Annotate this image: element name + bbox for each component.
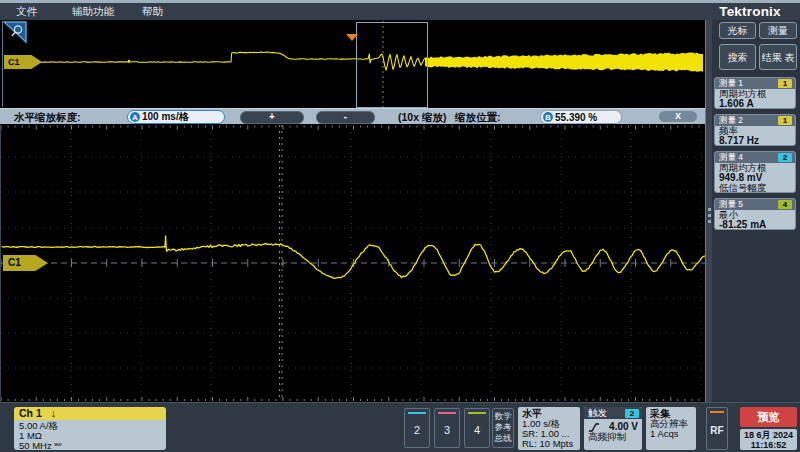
- measurement-title: 测量 4 2: [715, 152, 795, 163]
- measure-button[interactable]: 测量: [759, 22, 797, 39]
- trigger-header: 触发 2: [584, 407, 642, 419]
- zoom-scale-label: 水平缩放标度:: [14, 111, 81, 125]
- acquisition-badge[interactable]: 采集 高分辨率 1 Acqs: [646, 407, 696, 450]
- channel1-badge[interactable]: Ch 1 ↓ 5.00 A/格 1 MΩ 50 MHz ᴮᵂ: [14, 407, 166, 450]
- waveform-display: C1 水平缩放标度: A 100 ms/格 + - (10x 缩放) 缩放位置:…: [0, 20, 705, 402]
- search-button[interactable]: 搜索: [719, 44, 756, 70]
- channel2-color-stripe: [408, 412, 426, 414]
- time-text: 11:16:52: [740, 440, 797, 450]
- zoom-scale-control[interactable]: A 100 ms/格: [127, 110, 225, 124]
- source-badge: 1: [778, 79, 792, 88]
- zoom-scale-value[interactable]: 100 ms/格: [142, 110, 195, 124]
- math-ref-bus-button[interactable]: 数学 参考 总线: [492, 408, 514, 448]
- measurement-value: 8.717 Hz: [715, 136, 795, 146]
- datetime-box[interactable]: 18 6月 2024 11:16:52: [740, 429, 797, 450]
- drag-handle-icon[interactable]: [708, 205, 711, 226]
- zoom-close-button[interactable]: X: [659, 111, 697, 122]
- rf-button[interactable]: RF: [706, 407, 728, 450]
- measurement-badge-5[interactable]: 测量 5 4 最小 -81.25 mA: [714, 198, 796, 230]
- trigger-badge[interactable]: 触发 2 4.00 V 高频抑制: [584, 407, 642, 450]
- date-text: 18 6月 2024: [740, 430, 797, 440]
- source-badge: 2: [778, 153, 792, 162]
- zoom-out-button[interactable]: -: [316, 111, 375, 124]
- zoom-position-control[interactable]: B 55.390 %: [540, 110, 622, 124]
- main-graticule: C1: [0, 125, 707, 402]
- measurement-value: 1.606 A: [715, 99, 795, 109]
- measurement-title: 测量 1 1: [715, 78, 795, 89]
- bottom-bar: Ch 1 ↓ 5.00 A/格 1 MΩ 50 MHz ᴮᵂ 2 3 4 数学 …: [0, 402, 800, 452]
- menu-utility[interactable]: 辅助功能: [72, 5, 114, 19]
- channel-arrow-icon: ↓: [51, 407, 56, 419]
- channel3-color-stripe: [438, 412, 456, 414]
- main-waveform: [1, 125, 707, 402]
- zoom-factor-label: (10x 缩放): [398, 111, 446, 125]
- oscilloscope-app: 文件 辅助功能 帮助 Tektronix C1 水平缩放标度: A 100 ms…: [0, 0, 800, 452]
- measurement-badge-4[interactable]: 测量 4 2 周期均方根 949.8 mV 低信号幅度: [714, 151, 796, 193]
- channel1-header: Ch 1 ↓: [14, 407, 166, 420]
- source-badge: 1: [778, 116, 792, 125]
- measurement-title: 测量 2 1: [715, 115, 795, 126]
- menu-help[interactable]: 帮助: [142, 5, 163, 19]
- knob-b-icon: B: [543, 112, 553, 122]
- knob-a-icon: A: [130, 112, 140, 122]
- zoom-position-label: 缩放位置:: [455, 111, 501, 125]
- right-sidebar: 光标 测量 搜索 结果 表 测量 1 1 周期均方根 1.606 A 测量 2 …: [712, 20, 800, 402]
- measurement-badge-1[interactable]: 测量 1 1 周期均方根 1.606 A: [714, 77, 796, 109]
- zoom-lens-icon[interactable]: [3, 21, 27, 43]
- bandwidth-icon: ᴮᵂ: [54, 442, 61, 449]
- channel2-button[interactable]: 2: [404, 408, 430, 448]
- channel4-color-stripe: [468, 412, 486, 414]
- source-badge: 4: [778, 200, 792, 209]
- trigger-mode: 高频抑制: [584, 432, 642, 442]
- zoom-in-button[interactable]: +: [240, 111, 304, 124]
- measurement-value: -81.25 mA: [715, 220, 795, 230]
- measurement-status: 低信号幅度: [715, 183, 795, 193]
- measurement-title: 测量 5 4: [715, 199, 795, 210]
- rising-edge-icon: [588, 422, 600, 432]
- zoom-position-value[interactable]: 55.390 %: [555, 112, 603, 123]
- rf-color-stripe: [710, 411, 724, 413]
- menu-bar: 文件 辅助功能 帮助 Tektronix: [0, 3, 800, 20]
- preview-button[interactable]: 预览: [740, 407, 797, 427]
- tektronix-logo: Tektronix: [705, 4, 795, 19]
- trigger-source-badge: 2: [625, 409, 639, 418]
- channel1-settings: 5.00 A/格 1 MΩ 50 MHz ᴮᵂ: [14, 420, 166, 450]
- channel3-button[interactable]: 3: [434, 408, 460, 448]
- result-table-button[interactable]: 结果 表: [759, 44, 797, 70]
- horizontal-badge[interactable]: 水平 1.00 s/格 SR: 1.00 ... RL: 10 Mpts: [518, 407, 580, 450]
- menu-file[interactable]: 文件: [16, 5, 37, 19]
- trigger-position-marker[interactable]: [346, 34, 358, 41]
- channel4-button[interactable]: 4: [464, 408, 490, 448]
- measurement-badge-2[interactable]: 测量 2 1 频率 8.717 Hz: [714, 114, 796, 146]
- cursor-button[interactable]: 光标: [719, 22, 756, 39]
- zoom-window-box[interactable]: [356, 22, 428, 108]
- horizontal-zoom-bar: 水平缩放标度: A 100 ms/格 + - (10x 缩放) 缩放位置: B …: [0, 108, 705, 124]
